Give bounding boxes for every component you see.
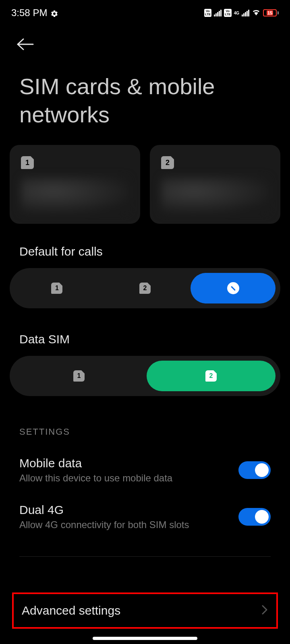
back-button[interactable] bbox=[16, 36, 39, 52]
dual-4g-row[interactable]: Dual 4G Allow 4G connectivity for both S… bbox=[0, 493, 290, 540]
advanced-settings-label: Advanced settings bbox=[22, 604, 120, 617]
mobile-data-title: Mobile data bbox=[19, 456, 172, 470]
page-title: SIM cards & mobile networks bbox=[0, 60, 290, 145]
data-sim-option-sim1[interactable]: 1 bbox=[14, 361, 143, 391]
status-bar: 3:58 PM VoLTE VoLTE 4G 15 bbox=[0, 0, 290, 24]
sim-card-2[interactable]: 2 bbox=[150, 145, 280, 224]
no-default-icon bbox=[227, 282, 239, 294]
sim-chip-icon: 1 bbox=[51, 283, 62, 294]
mobile-data-row[interactable]: Mobile data Allow this device to use mob… bbox=[0, 447, 290, 493]
default-calls-option-sim2[interactable]: 2 bbox=[103, 273, 188, 303]
advanced-settings-highlight: Advanced settings bbox=[12, 592, 278, 629]
mobile-data-toggle[interactable] bbox=[238, 461, 271, 479]
sim-cards-row: 1 2 bbox=[0, 145, 290, 224]
data-sim-label: Data SIM bbox=[0, 308, 290, 356]
gear-icon bbox=[50, 9, 58, 17]
mobile-data-subtitle: Allow this device to use mobile data bbox=[19, 473, 172, 484]
settings-section-header: SETTINGS bbox=[0, 396, 290, 447]
divider bbox=[19, 556, 271, 557]
battery-percent: 15 bbox=[267, 10, 273, 15]
data-sim-option-sim2[interactable]: 2 bbox=[147, 361, 276, 391]
sim-chip-icon-1: 1 bbox=[21, 156, 34, 169]
volte-badge-2: VoLTE bbox=[224, 9, 232, 17]
default-calls-label: Default for calls bbox=[0, 224, 290, 268]
network-type-label: 4G bbox=[234, 11, 239, 15]
default-calls-segmented: 1 2 bbox=[10, 268, 280, 308]
sim-chip-icon-2: 2 bbox=[161, 156, 174, 169]
sim-card-1[interactable]: 1 bbox=[10, 145, 140, 224]
sim-chip-icon: 2 bbox=[205, 370, 217, 382]
chevron-right-icon bbox=[261, 604, 268, 617]
status-time: 3:58 PM bbox=[11, 7, 47, 19]
battery-indicator: 15 bbox=[263, 9, 279, 17]
signal-icon-2 bbox=[242, 9, 249, 17]
sim-2-redacted-info bbox=[161, 177, 269, 213]
home-indicator[interactable] bbox=[93, 637, 197, 640]
status-right: VoLTE VoLTE 4G 15 bbox=[204, 8, 279, 18]
default-calls-option-sim1[interactable]: 1 bbox=[14, 273, 99, 303]
sim-chip-icon: 1 bbox=[73, 370, 85, 382]
data-sim-segmented: 1 2 bbox=[10, 356, 280, 396]
status-left: 3:58 PM bbox=[11, 7, 58, 19]
volte-badge-1: VoLTE bbox=[204, 9, 212, 17]
sim-1-redacted-info bbox=[21, 177, 129, 213]
default-calls-option-none[interactable] bbox=[191, 273, 276, 303]
advanced-settings-row[interactable]: Advanced settings bbox=[14, 595, 276, 626]
sim-chip-icon: 2 bbox=[139, 283, 151, 294]
signal-icon-1 bbox=[214, 9, 222, 17]
wifi-icon bbox=[252, 8, 261, 18]
dual-4g-toggle[interactable] bbox=[238, 508, 271, 526]
dual-4g-title: Dual 4G bbox=[19, 503, 189, 517]
dual-4g-subtitle: Allow 4G connectivity for both SIM slots bbox=[19, 519, 189, 530]
